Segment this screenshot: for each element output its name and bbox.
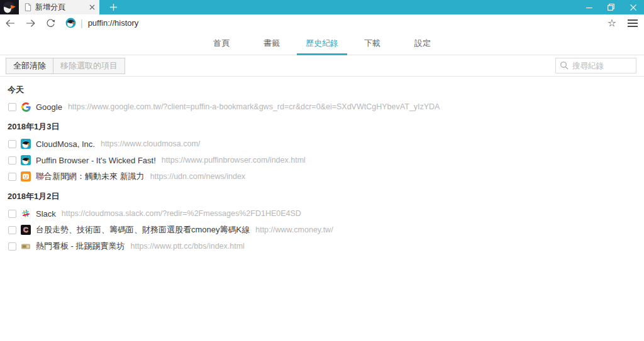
ptt-favicon (21, 241, 31, 251)
tab-close-icon[interactable] (89, 4, 95, 10)
cmoney-favicon: C (21, 225, 31, 235)
puffin-bird-icon (2, 1, 17, 14)
history-item-checkbox[interactable] (8, 103, 16, 111)
history-item-url: https://www.cloudmosa.com/ (101, 139, 200, 148)
title-bar: 新增分頁 (0, 0, 644, 14)
address-separator: | (80, 18, 83, 28)
history-item-title[interactable]: Puffin Browser - It's Wicked Fast! (36, 156, 156, 165)
refresh-button[interactable] (40, 14, 60, 31)
browser-tab[interactable]: 新增分頁 (19, 0, 99, 14)
section-date-header: 2018年1月3日 (0, 115, 644, 136)
google-favicon (21, 102, 31, 112)
titlebar-drag-area (127, 0, 578, 14)
toolbar: | puffin://history ☆ (0, 14, 644, 31)
history-item-url: https://www.puffinbrowser.com/index.html (162, 156, 306, 165)
restore-icon (607, 3, 615, 11)
minimize-icon (586, 4, 593, 11)
history-item-title[interactable]: 台股走勢、技術面、籌碼面、財務面選股看cmoney籌碼K線 (36, 224, 250, 235)
close-button[interactable] (622, 0, 644, 14)
puffin-site-favicon (21, 139, 31, 149)
minimize-button[interactable] (578, 0, 600, 14)
forward-arrow-icon (25, 19, 36, 28)
history-item-checkbox[interactable] (8, 226, 16, 234)
history-item-url: https://udn.com/news/index (150, 172, 245, 181)
new-tab-button[interactable] (99, 0, 127, 14)
puffin-favicon (65, 18, 76, 28)
puffin-logo (0, 0, 19, 14)
section-date-header: 今天 (0, 78, 644, 99)
tab-downloads[interactable]: 下載 (347, 31, 397, 55)
history-item-url: http://www.cmoney.tw/ (255, 225, 333, 234)
plus-icon (109, 3, 118, 11)
history-item-url: https://www.google.com.tw/?client=puffin… (68, 102, 440, 111)
history-row: C 台股走勢、技術面、籌碼面、財務面選股看cmoney籌碼K線 http://w… (0, 222, 644, 238)
history-item-checkbox[interactable] (8, 210, 16, 218)
hamburger-icon (628, 19, 638, 21)
history-row: CloudMosa, Inc. https://www.cloudmosa.co… (0, 136, 644, 152)
tab-settings[interactable]: 設定 (397, 31, 448, 55)
menu-button[interactable] (621, 14, 644, 31)
history-list: 今天 Google https://www.google.com.tw/?cli… (0, 77, 644, 254)
history-item-checkbox[interactable] (8, 242, 16, 251)
history-item-title[interactable]: CloudMosa, Inc. (36, 139, 95, 149)
address-bar[interactable]: | puffin://history (65, 14, 602, 31)
forward-button[interactable] (20, 14, 40, 31)
history-item-checkbox[interactable] (8, 140, 16, 148)
section-date-header: 2018年1月2日 (0, 185, 644, 205)
search-box[interactable] (555, 58, 636, 73)
history-item-title[interactable]: Google (36, 102, 62, 112)
tab-title: 新增分頁 (35, 2, 86, 13)
history-item-url: https://www.ptt.cc/bbs/index.html (131, 242, 245, 251)
svg-text:C: C (23, 226, 28, 234)
history-item-title[interactable]: 聯合新聞網：觸動未來 新識力 (36, 171, 145, 182)
search-icon (560, 61, 569, 70)
history-item-title[interactable]: 熱門看板 - 批踢踢實業坊 (36, 241, 125, 252)
history-row: Puffin Browser - It's Wicked Fast! https… (0, 152, 644, 168)
history-item-url: https://cloudmosa.slack.com/?redir=%2Fme… (62, 209, 301, 218)
star-icon: ☆ (608, 17, 616, 29)
tab-history[interactable]: 歷史紀錄 (297, 31, 347, 55)
page-nav-tabs: 首頁 書籤 歷史紀錄 下載 設定 (0, 31, 644, 55)
history-item-title[interactable]: Slack (36, 209, 56, 219)
bookmark-star-button[interactable]: ☆ (602, 14, 621, 31)
action-bar: 全部清除 移除選取的項目 (0, 55, 644, 77)
history-item-checkbox[interactable] (8, 173, 16, 181)
history-row: Slack https://cloudmosa.slack.com/?redir… (0, 205, 644, 222)
remove-selected-button[interactable]: 移除選取的項目 (53, 58, 125, 74)
puffin-site-favicon (21, 155, 31, 165)
back-button[interactable] (0, 14, 20, 31)
tab-bookmarks[interactable]: 書籤 (247, 31, 297, 55)
search-input[interactable] (572, 62, 632, 70)
history-row: Google https://www.google.com.tw/?client… (0, 99, 644, 115)
back-arrow-icon (5, 19, 16, 28)
history-row: 熱門看板 - 批踢踢實業坊 https://www.ptt.cc/bbs/ind… (0, 238, 644, 254)
restore-button[interactable] (600, 0, 622, 14)
slack-favicon (21, 208, 31, 219)
url-text: puffin://history (88, 18, 139, 28)
history-row: 聯合新聞網：觸動未來 新識力 https://udn.com/news/inde… (0, 168, 644, 185)
history-item-checkbox[interactable] (8, 156, 16, 165)
tab-home[interactable]: 首頁 (196, 31, 247, 55)
close-icon (630, 4, 637, 11)
refresh-icon (46, 18, 55, 28)
udn-favicon (21, 171, 31, 181)
page-icon (25, 3, 31, 11)
clear-all-button[interactable]: 全部清除 (6, 58, 53, 74)
